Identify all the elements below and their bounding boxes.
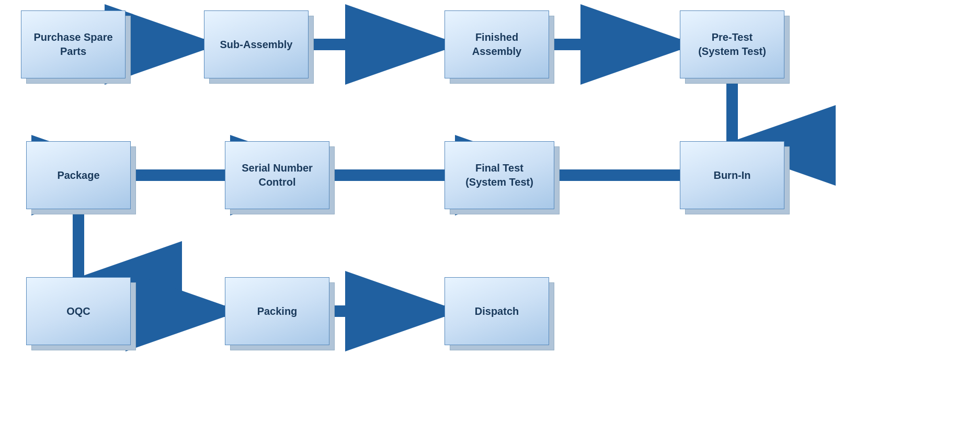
box-package: Package <box>26 141 138 217</box>
box-dispatch: Dispatch <box>445 277 556 352</box>
box-label-package: Package <box>57 168 99 183</box>
box-label-oqc: OQC <box>66 304 90 318</box>
box-main-packing: Packing <box>225 277 329 345</box>
box-main-oqc: OQC <box>26 277 131 345</box>
box-main-final-test: Final Test (System Test) <box>445 141 554 209</box>
box-label-final-test: Final Test (System Test) <box>465 161 533 189</box>
box-serial-number-control: Serial Number Control <box>225 141 337 217</box>
box-label-serial-number-control: Serial Number Control <box>242 161 313 189</box>
box-label-sub-assembly: Sub-Assembly <box>220 38 293 52</box>
box-main-serial-number-control: Serial Number Control <box>225 141 329 209</box>
box-burn-in: Burn-In <box>680 141 792 217</box>
box-label-packing: Packing <box>257 304 298 318</box>
box-main-package: Package <box>26 141 131 209</box>
box-label-dispatch: Dispatch <box>475 304 519 318</box>
box-finished-assembly: Finished Assembly <box>445 10 556 86</box>
box-packing: Packing <box>225 277 337 352</box>
box-label-burn-in: Burn-In <box>713 168 750 183</box>
box-main-pre-test: Pre-Test (System Test) <box>680 10 784 78</box>
box-sub-assembly: Sub-Assembly <box>204 10 316 86</box>
box-label-purchase-spare-parts: Purchase Spare Parts <box>33 30 112 59</box>
box-final-test: Final Test (System Test) <box>445 141 562 217</box>
box-main-burn-in: Burn-In <box>680 141 784 209</box>
box-purchase-spare-parts: Purchase Spare Parts <box>21 10 133 86</box>
box-label-finished-assembly: Finished Assembly <box>472 30 522 59</box>
box-main-sub-assembly: Sub-Assembly <box>204 10 309 78</box>
flowchart: Purchase Spare PartsSub-AssemblyFinished… <box>0 0 980 421</box>
box-main-purchase-spare-parts: Purchase Spare Parts <box>21 10 126 78</box>
box-label-pre-test: Pre-Test (System Test) <box>698 30 766 59</box>
box-main-dispatch: Dispatch <box>445 277 549 345</box>
box-oqc: OQC <box>26 277 138 352</box>
box-main-finished-assembly: Finished Assembly <box>445 10 549 78</box>
box-pre-test: Pre-Test (System Test) <box>680 10 792 86</box>
